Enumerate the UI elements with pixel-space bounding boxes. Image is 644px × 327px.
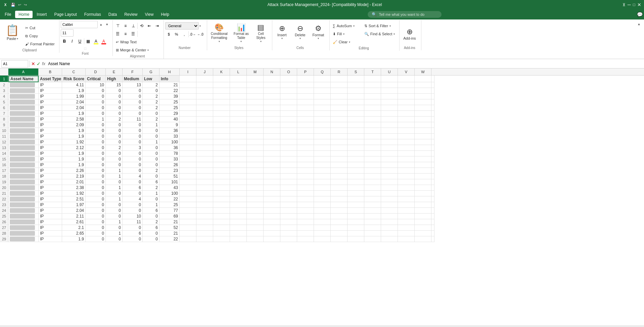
cell-M22[interactable] — [247, 196, 264, 202]
cell-U15[interactable] — [381, 156, 398, 162]
cell-J19[interactable] — [196, 179, 213, 185]
cell-A20[interactable]: 192.168.1.xxx — [8, 185, 39, 191]
cell-B5[interactable]: IP — [39, 99, 62, 105]
cell-D19[interactable]: 0 — [86, 179, 106, 185]
cell-P14[interactable] — [297, 151, 314, 156]
col-header-i[interactable]: I — [180, 68, 196, 75]
cell-H3[interactable]: 22 — [159, 88, 180, 94]
cell-H13[interactable]: 36 — [159, 145, 180, 151]
cell-W26[interactable] — [415, 219, 431, 225]
cell-M8[interactable] — [247, 116, 264, 122]
cell-M14[interactable] — [247, 151, 264, 156]
find-select-button[interactable]: 🔍 Find & Select ▾ — [363, 30, 397, 38]
cell-T4[interactable] — [364, 94, 381, 99]
row-number[interactable]: 15 — [0, 156, 8, 162]
cell-P5[interactable] — [297, 99, 314, 105]
menu-home[interactable]: Home — [15, 11, 33, 18]
col-header-f[interactable]: F — [123, 68, 143, 75]
cell-F9[interactable]: 0 — [123, 122, 143, 128]
cell-H27[interactable]: 52 — [159, 225, 180, 231]
cell-K23[interactable] — [213, 202, 230, 208]
cell-F24[interactable]: 0 — [123, 208, 143, 214]
cell-R12[interactable] — [331, 139, 348, 145]
cell-R3[interactable] — [331, 88, 348, 94]
cell-B18[interactable]: IP — [39, 174, 62, 179]
format-button[interactable]: ⚙ Format ▾ — [310, 22, 327, 42]
cell-D14[interactable]: 0 — [86, 151, 106, 156]
comma-button[interactable]: , — [181, 31, 188, 38]
cell-B29[interactable]: IP — [39, 236, 62, 242]
cell-F19[interactable]: 0 — [123, 179, 143, 185]
cell-J14[interactable] — [196, 151, 213, 156]
cell-Q25[interactable] — [314, 214, 331, 219]
cell-U27[interactable] — [381, 225, 398, 231]
cell-G18[interactable]: 0 — [143, 174, 159, 179]
cell-F29[interactable]: 0 — [123, 236, 143, 242]
cell-V17[interactable] — [398, 168, 415, 174]
cell-C17[interactable]: 2.26 — [62, 168, 86, 174]
cell-U9[interactable] — [381, 122, 398, 128]
cell-O25[interactable] — [280, 214, 297, 219]
cell-W13[interactable] — [415, 145, 431, 151]
col-header-t[interactable]: T — [364, 68, 381, 75]
cell-V8[interactable] — [398, 116, 415, 122]
cell-a1[interactable]: Asset Name — [8, 76, 39, 82]
cell-J23[interactable] — [196, 202, 213, 208]
cell-N9[interactable] — [264, 122, 280, 128]
cell-G19[interactable]: 6 — [143, 179, 159, 185]
cell-O19[interactable] — [280, 179, 297, 185]
cell-Q22[interactable] — [314, 196, 331, 202]
cell-R29[interactable] — [331, 236, 348, 242]
cell-Q4[interactable] — [314, 94, 331, 99]
cell-C19[interactable]: 2.01 — [62, 179, 86, 185]
cell-H26[interactable]: 21 — [159, 219, 180, 225]
cell-A23[interactable]: 192.168.1.xxx — [8, 202, 39, 208]
cell-I10[interactable] — [180, 128, 196, 134]
border-button[interactable]: ▦ — [85, 38, 92, 45]
cell-J3[interactable] — [196, 88, 213, 94]
cell-G27[interactable]: 6 — [143, 225, 159, 231]
cell-Q23[interactable] — [314, 202, 331, 208]
cell-E26[interactable]: 1 — [106, 219, 123, 225]
cell-T6[interactable] — [364, 105, 381, 111]
row-number[interactable]: 26 — [0, 219, 8, 225]
cell-J28[interactable] — [196, 231, 213, 236]
cell-L27[interactable] — [230, 225, 247, 231]
indent-increase-button[interactable]: ⇥ — [153, 22, 161, 30]
cell-D23[interactable]: 0 — [86, 202, 106, 208]
minimize-button[interactable]: ─ — [628, 2, 631, 7]
bold-button[interactable]: B — [61, 38, 68, 45]
cell-A10[interactable]: 192.168.1.xxx — [8, 128, 39, 134]
cell-o1[interactable] — [280, 76, 297, 82]
cell-Q29[interactable] — [314, 236, 331, 242]
col-header-j[interactable]: J — [196, 68, 213, 75]
autosum-button[interactable]: ∑ AutoSum ▾ — [331, 22, 361, 30]
cell-P18[interactable] — [297, 174, 314, 179]
cell-F5[interactable]: 0 — [123, 99, 143, 105]
italic-button[interactable]: I — [68, 38, 76, 45]
cell-O12[interactable] — [280, 139, 297, 145]
cell-C8[interactable]: 2.58 — [62, 116, 86, 122]
cell-T24[interactable] — [364, 208, 381, 214]
cell-D12[interactable]: 0 — [86, 139, 106, 145]
col-header-g[interactable]: G — [143, 68, 159, 75]
cell-O10[interactable] — [280, 128, 297, 134]
align-top-button[interactable]: ⊤ — [114, 22, 122, 30]
cell-J21[interactable] — [196, 191, 213, 196]
cell-N27[interactable] — [264, 225, 280, 231]
cell-W11[interactable] — [415, 134, 431, 139]
cell-M7[interactable] — [247, 111, 264, 116]
col-header-w[interactable]: W — [415, 68, 431, 75]
cell-I26[interactable] — [180, 219, 196, 225]
row-number[interactable]: 10 — [0, 128, 8, 134]
cell-G4[interactable]: 2 — [143, 94, 159, 99]
cell-C7[interactable]: 1.9 — [62, 111, 86, 116]
cell-W27[interactable] — [415, 225, 431, 231]
cell-I19[interactable] — [180, 179, 196, 185]
cell-M23[interactable] — [247, 202, 264, 208]
cell-K14[interactable] — [213, 151, 230, 156]
cell-F26[interactable]: 11 — [123, 219, 143, 225]
quick-access-save[interactable]: 💾 — [11, 3, 15, 7]
cell-K22[interactable] — [213, 196, 230, 202]
cell-C20[interactable]: 2.38 — [62, 185, 86, 191]
